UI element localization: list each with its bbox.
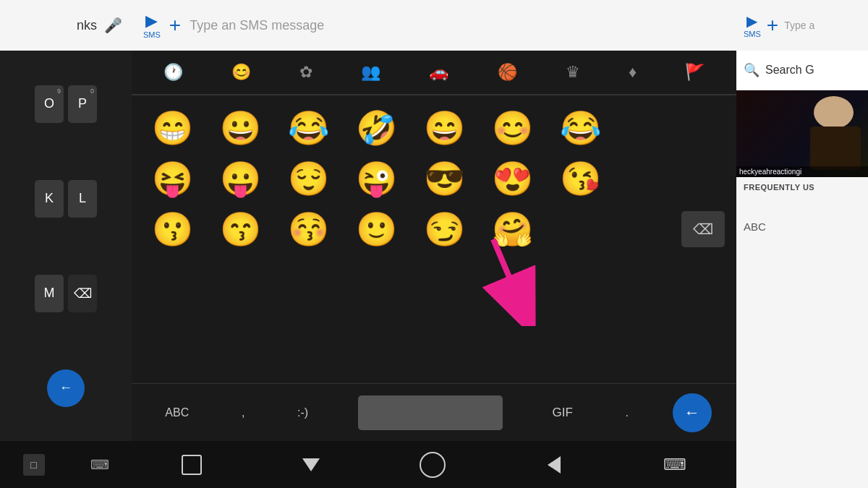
keyboard-rows: 9 O 0 P K L M ⌫ ← [0,51,132,441]
emoji-smile[interactable]: 😄 [415,103,473,153]
center-emoji-panel: ▶ SMS + Type an SMS message 🕐 😊 ✿ 👥 🚗 🏀 … [132,0,736,488]
nav-home-button[interactable] [420,452,446,478]
enter-arrow-icon: ← [684,403,700,422]
emoji-kissing[interactable]: 😗 [143,204,201,254]
nav-square-center[interactable] [182,455,202,475]
right-keyboard-bottom: ABC [736,197,868,255]
gif-button[interactable]: GIF [543,400,581,426]
right-sms-send[interactable]: ▶ SMS [744,12,761,38]
right-type-text: Type a [784,20,814,31]
emoji-blush[interactable]: 😊 [483,103,541,153]
emoji-rolling-tears[interactable]: 🤣 [347,103,405,153]
emoticon-button[interactable]: :-) [289,401,317,425]
keyboard-icon-left[interactable]: ⌨ [90,457,109,473]
emoji-joy[interactable]: 😂 [551,103,609,153]
emoji-kissing-smiling[interactable]: 😙 [211,204,269,254]
gif-preview-area: heckyeahreactiongi [736,90,868,177]
emoji-grid-container: 😁 😀 😂 🤣 😄 😊 😂 😝 😛 😌 😜 😎 😍 😘 😗 [132,95,736,383]
emoji-keyboard-bottom: ABC , :-) GIF . ← [132,383,736,441]
mic-icon[interactable]: 🎤 [104,17,122,34]
abc-button[interactable]: ABC [156,401,197,425]
nav-keyboard-icon[interactable]: ⌨ [663,455,686,474]
right-search-bar[interactable]: 🔍 Search G [736,51,868,90]
cat-flags[interactable]: 🚩 [679,57,710,87]
left-keyboard-panel: nks 🎤 9 O 0 P K L M ⌫ ← □ ⌨ [0,0,132,488]
nav-back-button[interactable] [302,458,320,471]
emoji-row-1: 😁 😀 😂 🤣 😄 😊 😂 [143,103,725,153]
space-button[interactable] [358,395,503,430]
cat-people[interactable]: 👥 [355,57,386,87]
key-l[interactable]: L [68,180,97,218]
key-row-enter: ← [3,369,129,407]
emoji-grid: 😁 😀 😂 🤣 😄 😊 😂 😝 😛 😌 😜 😎 😍 😘 😗 [132,95,736,262]
emoji-cool[interactable]: 😎 [415,153,473,204]
gif-person-head [814,96,854,129]
sms-input-field[interactable]: Type an SMS message [190,18,725,33]
cat-smileys[interactable]: 😊 [226,57,257,87]
cat-recent[interactable]: 🕐 [158,57,189,87]
key-row-mx: M ⌫ [3,275,129,312]
emoji-slightly-smiling[interactable]: 🙂 [347,204,405,254]
comma-button[interactable]: , [233,401,253,425]
nav-triangle-right[interactable] [548,456,561,474]
gif-image: heckyeahreactiongi [736,90,868,177]
right-send-arrow-icon: ▶ [746,12,757,30]
search-label: Search G [765,64,814,77]
sms-bar: ▶ SMS + Type an SMS message [132,0,736,51]
nav-square-left[interactable]: □ [23,454,45,476]
left-nav-bar: □ ⌨ [0,441,132,488]
gif-person-body [810,127,861,170]
sms-plus-button[interactable]: + [169,14,181,37]
cat-nature[interactable]: ✿ [294,57,318,87]
emoji-heart-eyes[interactable]: 😍 [483,153,541,204]
right-send-label: SMS [744,30,761,38]
cat-travel[interactable]: 🚗 [423,57,454,87]
send-arrow-icon: ▶ [145,12,158,30]
emoji-kissing-heart[interactable]: 😘 [551,153,609,204]
emoji-stuck-out-tongue-wink[interactable]: 😝 [143,153,201,204]
emoji-wink[interactable]: 😜 [347,153,405,204]
right-top-bar: ▶ SMS + Type a [736,0,868,51]
cat-objects[interactable]: ♛ [560,57,586,87]
emoji-grin[interactable]: 😀 [211,103,269,153]
emoji-hugging[interactable]: 🤗 [483,204,541,254]
send-label: SMS [143,30,161,39]
emoji-row-2: 😝 😛 😌 😜 😎 😍 😘 [143,153,725,204]
emoji-stuck-out-tongue[interactable]: 😛 [211,153,269,204]
emoji-delete-button[interactable]: ⌫ [681,211,725,247]
dot-button[interactable]: . [617,401,637,425]
key-backspace[interactable]: ⌫ [68,275,97,312]
emoji-row-3: 😗 😙 😚 🙂 😏 🤗 ⌫ [143,204,725,254]
emoji-tears-joy[interactable]: 😂 [279,103,337,153]
key-row-kl: K L [3,180,129,218]
right-plus-button[interactable]: + [767,14,778,37]
center-nav-bar: ⌨ [132,441,736,488]
left-top-bar: nks 🎤 [0,0,132,51]
emoji-kissing-closed[interactable]: 😚 [279,204,337,254]
key-p[interactable]: 0 P [68,85,97,123]
key-m[interactable]: M [35,275,64,312]
key-o[interactable]: 9 O [35,85,64,123]
search-icon: 🔍 [744,62,760,78]
emoji-smirk[interactable]: 😏 [415,204,473,254]
right-abc-button[interactable]: ABC [744,221,766,233]
frequently-used-label: FREQUENTLY US [736,177,868,197]
emoji-grinning[interactable]: 😁 [143,103,201,153]
gif-username: heckyeahreactiongi [736,166,868,177]
key-row-op: 9 O 0 P [3,85,129,123]
cat-symbols[interactable]: ♦ [623,57,642,87]
partial-word: nks [77,18,97,33]
right-gif-panel: ▶ SMS + Type a 🔍 Search G heckyeahreacti… [736,0,868,488]
emoji-relieved[interactable]: 😌 [279,153,337,204]
cat-activity[interactable]: 🏀 [492,57,523,87]
sms-send-button[interactable]: ▶ SMS [143,12,161,39]
enter-button[interactable]: ← [673,393,712,432]
key-enter[interactable]: ← [47,369,85,407]
emoji-category-bar: 🕐 😊 ✿ 👥 🚗 🏀 ♛ ♦ 🚩 [132,51,736,95]
key-k[interactable]: K [35,180,64,218]
